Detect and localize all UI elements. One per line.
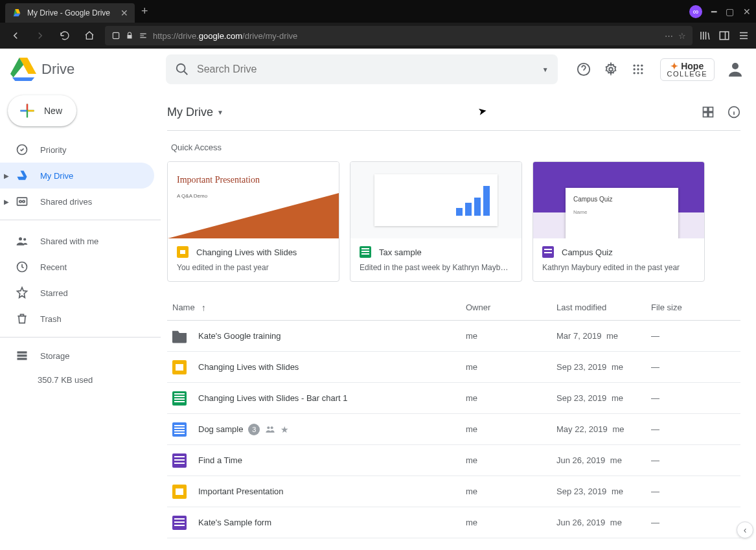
- help-icon[interactable]: [576, 62, 591, 77]
- svg-point-20: [19, 200, 21, 202]
- sidebar-toggle-icon[interactable]: [718, 30, 730, 41]
- sidebar-item-label: Shared with me: [40, 236, 98, 246]
- apps-grid-icon[interactable]: [630, 62, 646, 77]
- search-input[interactable]: [197, 63, 534, 75]
- sidebar-item-shared[interactable]: Shared with me: [0, 228, 154, 254]
- svg-rect-28: [704, 108, 708, 112]
- file-size: —: [651, 455, 735, 465]
- svg-rect-27: [17, 358, 27, 360]
- browser-tab[interactable]: My Drive - Google Drive ✕: [5, 3, 135, 23]
- column-owner[interactable]: Owner: [466, 303, 556, 312]
- svg-rect-26: [17, 354, 27, 356]
- sidebar-item-trash[interactable]: Trash: [0, 306, 154, 332]
- file-size: —: [651, 487, 735, 496]
- url-more-icon[interactable]: ⋯: [665, 31, 673, 41]
- version-badge: 3: [248, 424, 260, 435]
- sort-asc-icon[interactable]: ↑: [201, 303, 206, 313]
- info-icon[interactable]: [727, 106, 740, 119]
- file-owner: me: [466, 331, 556, 341]
- svg-rect-4: [720, 32, 729, 40]
- window-minimize-icon[interactable]: ━: [711, 6, 716, 17]
- reload-button[interactable]: [56, 27, 74, 45]
- priority-icon: [16, 143, 29, 156]
- file-row[interactable]: Dog sample 3★meMay 22, 2019 me—: [167, 414, 740, 445]
- column-name[interactable]: Name: [172, 303, 195, 312]
- file-modified: Jun 26, 2019 me: [556, 518, 651, 527]
- sidebar-item-storage[interactable]: Storage: [0, 343, 154, 369]
- back-button[interactable]: [6, 27, 25, 45]
- svg-point-5: [177, 64, 185, 73]
- file-row[interactable]: Find a Time meJun 26, 2019 me—: [167, 445, 740, 476]
- window-maximize-icon[interactable]: ▢: [726, 6, 734, 17]
- window-close-icon[interactable]: ✕: [743, 6, 751, 17]
- gear-icon[interactable]: [603, 62, 619, 77]
- sidebar-item-shareddrives[interactable]: ▶Shared drives: [0, 189, 154, 214]
- expand-icon[interactable]: ▶: [4, 172, 9, 179]
- svg-rect-3: [113, 32, 119, 38]
- shared-icon: [16, 235, 29, 247]
- sidebar-item-starred[interactable]: Starred: [0, 280, 154, 306]
- column-size[interactable]: File size: [651, 303, 735, 312]
- forms-icon: [172, 453, 187, 468]
- new-button[interactable]: New: [8, 95, 76, 126]
- grid-view-icon[interactable]: [702, 106, 715, 119]
- breadcrumb-label: My Drive: [167, 106, 213, 119]
- app-name: Drive: [41, 61, 74, 78]
- qa-subtitle: Kathryn Maybury edited in the past year: [542, 263, 695, 272]
- storage-used-text: 350.7 KB used: [0, 369, 161, 385]
- sidebar-item-label: Priority: [40, 145, 66, 155]
- tab-close-icon[interactable]: ✕: [120, 8, 128, 18]
- url-text: https://drive.google.com/drive/my-drive: [153, 31, 297, 41]
- search-icon: [175, 62, 189, 76]
- file-row[interactable]: Kate's Sample form meJun 26, 2019 me—: [167, 507, 740, 538]
- file-owner: me: [466, 424, 556, 434]
- url-bar[interactable]: https://drive.google.com/drive/my-drive …: [105, 26, 693, 45]
- sidebar-item-priority[interactable]: Priority: [0, 137, 154, 163]
- file-row[interactable]: Kate's Google training meMar 7, 2019 me—: [167, 321, 740, 352]
- side-panel-toggle[interactable]: ‹: [737, 521, 753, 538]
- quick-access-card[interactable]: Important PresentationA Q&A DemoChanging…: [167, 161, 339, 282]
- new-tab-button[interactable]: +: [141, 5, 148, 18]
- column-modified[interactable]: Last modified: [556, 303, 651, 312]
- shared-icon: [265, 424, 275, 435]
- file-modified: Jun 26, 2019 me: [556, 455, 651, 465]
- bookmark-star-icon[interactable]: ☆: [678, 31, 686, 41]
- home-button[interactable]: [80, 27, 98, 45]
- file-owner: me: [466, 487, 556, 496]
- svg-point-17: [732, 63, 739, 69]
- svg-point-11: [633, 68, 635, 70]
- expand-icon[interactable]: ▶: [4, 198, 9, 205]
- folder-icon: [172, 329, 187, 343]
- starred-icon: [16, 286, 29, 299]
- qa-subtitle: Edited in the past week by Kathryn Mayb…: [360, 263, 512, 272]
- org-logo: ✦ Hope COLLEGE: [660, 58, 715, 81]
- breadcrumb[interactable]: My Drive ▼: [167, 106, 223, 119]
- svg-point-34: [271, 426, 273, 429]
- file-name: Kate's Google training: [198, 331, 466, 341]
- sidebar-item-label: Storage: [40, 351, 70, 361]
- library-icon[interactable]: [699, 30, 711, 41]
- menu-icon[interactable]: [738, 30, 750, 41]
- sidebar-item-recent[interactable]: Recent: [0, 254, 154, 280]
- trash-icon: [16, 312, 29, 325]
- svg-rect-31: [709, 113, 713, 117]
- file-owner: me: [466, 393, 556, 403]
- qa-file-name: Tax sample: [379, 247, 422, 257]
- drive-logo-icon: [10, 56, 36, 82]
- search-options-icon[interactable]: ▼: [542, 66, 549, 73]
- drive-favicon: [12, 8, 22, 18]
- search-box[interactable]: ▼: [166, 54, 558, 84]
- file-row[interactable]: Important Presentation meSep 23, 2019 me…: [167, 476, 740, 507]
- mydrive-icon: [16, 169, 29, 182]
- file-row[interactable]: Changing Lives with Slides - Bar chart 1…: [167, 383, 740, 414]
- sheets-icon: [172, 391, 187, 406]
- quick-access-card[interactable]: Campus QuizNameCampus QuizKathryn Maybur…: [533, 161, 705, 282]
- account-avatar[interactable]: [725, 59, 746, 80]
- file-row[interactable]: Changing Lives with Slides meSep 23, 201…: [167, 352, 740, 383]
- slides-icon: [172, 485, 187, 499]
- file-owner: me: [466, 455, 556, 465]
- svg-point-14: [633, 72, 635, 74]
- quick-access-card[interactable]: Tax sampleEdited in the past week by Kat…: [350, 161, 522, 282]
- forward-button[interactable]: [31, 27, 49, 45]
- sidebar-item-mydrive[interactable]: ▶My Drive: [0, 163, 154, 189]
